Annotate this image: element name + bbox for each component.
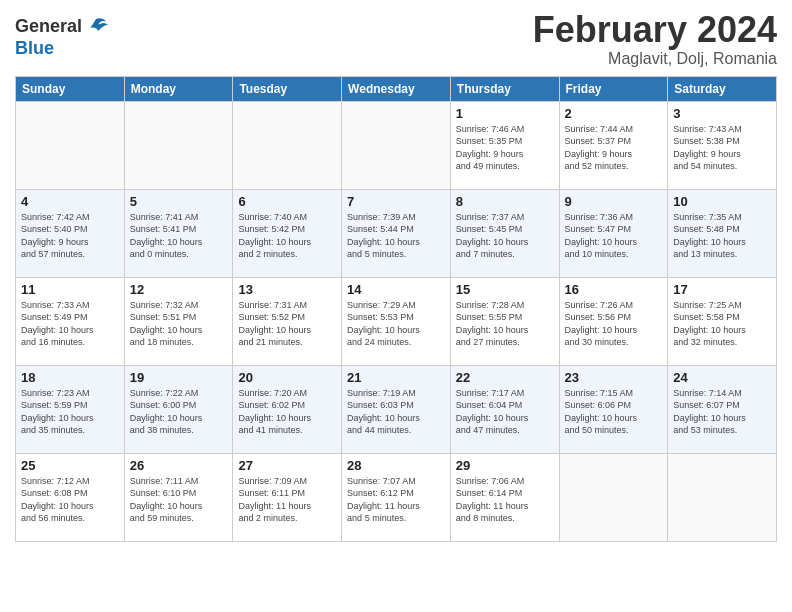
day-info: Sunrise: 7:36 AM Sunset: 5:47 PM Dayligh… xyxy=(565,211,663,261)
calendar-cell xyxy=(342,101,451,189)
day-number: 25 xyxy=(21,458,119,473)
col-header-sunday: Sunday xyxy=(16,76,125,101)
day-info: Sunrise: 7:35 AM Sunset: 5:48 PM Dayligh… xyxy=(673,211,771,261)
calendar-week-row: 1Sunrise: 7:46 AM Sunset: 5:35 PM Daylig… xyxy=(16,101,777,189)
day-info: Sunrise: 7:22 AM Sunset: 6:00 PM Dayligh… xyxy=(130,387,228,437)
day-number: 8 xyxy=(456,194,554,209)
day-info: Sunrise: 7:37 AM Sunset: 5:45 PM Dayligh… xyxy=(456,211,554,261)
day-info: Sunrise: 7:15 AM Sunset: 6:06 PM Dayligh… xyxy=(565,387,663,437)
day-info: Sunrise: 7:17 AM Sunset: 6:04 PM Dayligh… xyxy=(456,387,554,437)
calendar-cell: 8Sunrise: 7:37 AM Sunset: 5:45 PM Daylig… xyxy=(450,189,559,277)
calendar-week-row: 4Sunrise: 7:42 AM Sunset: 5:40 PM Daylig… xyxy=(16,189,777,277)
day-number: 22 xyxy=(456,370,554,385)
day-number: 28 xyxy=(347,458,445,473)
day-info: Sunrise: 7:14 AM Sunset: 6:07 PM Dayligh… xyxy=(673,387,771,437)
day-number: 6 xyxy=(238,194,336,209)
title-section: February 2024 Maglavit, Dolj, Romania xyxy=(533,10,777,68)
page: General Blue February 2024 Maglavit, Dol… xyxy=(0,0,792,612)
day-number: 10 xyxy=(673,194,771,209)
day-info: Sunrise: 7:19 AM Sunset: 6:03 PM Dayligh… xyxy=(347,387,445,437)
day-number: 9 xyxy=(565,194,663,209)
calendar-cell: 11Sunrise: 7:33 AM Sunset: 5:49 PM Dayli… xyxy=(16,277,125,365)
calendar-cell: 6Sunrise: 7:40 AM Sunset: 5:42 PM Daylig… xyxy=(233,189,342,277)
location: Maglavit, Dolj, Romania xyxy=(533,50,777,68)
calendar-cell: 21Sunrise: 7:19 AM Sunset: 6:03 PM Dayli… xyxy=(342,365,451,453)
calendar-cell: 17Sunrise: 7:25 AM Sunset: 5:58 PM Dayli… xyxy=(668,277,777,365)
day-info: Sunrise: 7:42 AM Sunset: 5:40 PM Dayligh… xyxy=(21,211,119,261)
calendar-cell xyxy=(668,453,777,541)
day-info: Sunrise: 7:41 AM Sunset: 5:41 PM Dayligh… xyxy=(130,211,228,261)
calendar-header-row: SundayMondayTuesdayWednesdayThursdayFrid… xyxy=(16,76,777,101)
calendar-cell: 7Sunrise: 7:39 AM Sunset: 5:44 PM Daylig… xyxy=(342,189,451,277)
calendar-cell xyxy=(124,101,233,189)
logo: General Blue xyxy=(15,15,108,59)
header: General Blue February 2024 Maglavit, Dol… xyxy=(15,10,777,68)
day-number: 27 xyxy=(238,458,336,473)
day-number: 13 xyxy=(238,282,336,297)
day-number: 26 xyxy=(130,458,228,473)
col-header-tuesday: Tuesday xyxy=(233,76,342,101)
day-number: 18 xyxy=(21,370,119,385)
day-info: Sunrise: 7:46 AM Sunset: 5:35 PM Dayligh… xyxy=(456,123,554,173)
col-header-thursday: Thursday xyxy=(450,76,559,101)
day-number: 17 xyxy=(673,282,771,297)
calendar-cell: 5Sunrise: 7:41 AM Sunset: 5:41 PM Daylig… xyxy=(124,189,233,277)
calendar-cell: 14Sunrise: 7:29 AM Sunset: 5:53 PM Dayli… xyxy=(342,277,451,365)
calendar-cell: 12Sunrise: 7:32 AM Sunset: 5:51 PM Dayli… xyxy=(124,277,233,365)
day-number: 7 xyxy=(347,194,445,209)
col-header-wednesday: Wednesday xyxy=(342,76,451,101)
calendar-cell: 20Sunrise: 7:20 AM Sunset: 6:02 PM Dayli… xyxy=(233,365,342,453)
calendar-week-row: 11Sunrise: 7:33 AM Sunset: 5:49 PM Dayli… xyxy=(16,277,777,365)
day-info: Sunrise: 7:33 AM Sunset: 5:49 PM Dayligh… xyxy=(21,299,119,349)
calendar-week-row: 25Sunrise: 7:12 AM Sunset: 6:08 PM Dayli… xyxy=(16,453,777,541)
calendar-cell: 1Sunrise: 7:46 AM Sunset: 5:35 PM Daylig… xyxy=(450,101,559,189)
calendar-cell: 23Sunrise: 7:15 AM Sunset: 6:06 PM Dayli… xyxy=(559,365,668,453)
day-info: Sunrise: 7:31 AM Sunset: 5:52 PM Dayligh… xyxy=(238,299,336,349)
day-number: 19 xyxy=(130,370,228,385)
logo-bird-icon xyxy=(84,15,108,39)
day-number: 23 xyxy=(565,370,663,385)
calendar-cell: 26Sunrise: 7:11 AM Sunset: 6:10 PM Dayli… xyxy=(124,453,233,541)
day-info: Sunrise: 7:40 AM Sunset: 5:42 PM Dayligh… xyxy=(238,211,336,261)
calendar-cell: 18Sunrise: 7:23 AM Sunset: 5:59 PM Dayli… xyxy=(16,365,125,453)
calendar-week-row: 18Sunrise: 7:23 AM Sunset: 5:59 PM Dayli… xyxy=(16,365,777,453)
calendar-cell: 25Sunrise: 7:12 AM Sunset: 6:08 PM Dayli… xyxy=(16,453,125,541)
calendar-cell: 9Sunrise: 7:36 AM Sunset: 5:47 PM Daylig… xyxy=(559,189,668,277)
calendar-cell: 19Sunrise: 7:22 AM Sunset: 6:00 PM Dayli… xyxy=(124,365,233,453)
calendar-cell: 13Sunrise: 7:31 AM Sunset: 5:52 PM Dayli… xyxy=(233,277,342,365)
day-info: Sunrise: 7:06 AM Sunset: 6:14 PM Dayligh… xyxy=(456,475,554,525)
calendar-cell: 27Sunrise: 7:09 AM Sunset: 6:11 PM Dayli… xyxy=(233,453,342,541)
calendar-cell: 16Sunrise: 7:26 AM Sunset: 5:56 PM Dayli… xyxy=(559,277,668,365)
calendar-cell: 4Sunrise: 7:42 AM Sunset: 5:40 PM Daylig… xyxy=(16,189,125,277)
calendar: SundayMondayTuesdayWednesdayThursdayFrid… xyxy=(15,76,777,542)
day-number: 11 xyxy=(21,282,119,297)
calendar-cell: 3Sunrise: 7:43 AM Sunset: 5:38 PM Daylig… xyxy=(668,101,777,189)
day-info: Sunrise: 7:23 AM Sunset: 5:59 PM Dayligh… xyxy=(21,387,119,437)
calendar-cell: 22Sunrise: 7:17 AM Sunset: 6:04 PM Dayli… xyxy=(450,365,559,453)
day-number: 14 xyxy=(347,282,445,297)
calendar-cell: 24Sunrise: 7:14 AM Sunset: 6:07 PM Dayli… xyxy=(668,365,777,453)
col-header-monday: Monday xyxy=(124,76,233,101)
day-number: 16 xyxy=(565,282,663,297)
day-info: Sunrise: 7:39 AM Sunset: 5:44 PM Dayligh… xyxy=(347,211,445,261)
day-number: 2 xyxy=(565,106,663,121)
day-info: Sunrise: 7:12 AM Sunset: 6:08 PM Dayligh… xyxy=(21,475,119,525)
day-info: Sunrise: 7:28 AM Sunset: 5:55 PM Dayligh… xyxy=(456,299,554,349)
day-info: Sunrise: 7:44 AM Sunset: 5:37 PM Dayligh… xyxy=(565,123,663,173)
calendar-cell: 2Sunrise: 7:44 AM Sunset: 5:37 PM Daylig… xyxy=(559,101,668,189)
day-info: Sunrise: 7:20 AM Sunset: 6:02 PM Dayligh… xyxy=(238,387,336,437)
month-title: February 2024 xyxy=(533,10,777,50)
day-info: Sunrise: 7:26 AM Sunset: 5:56 PM Dayligh… xyxy=(565,299,663,349)
day-info: Sunrise: 7:43 AM Sunset: 5:38 PM Dayligh… xyxy=(673,123,771,173)
calendar-cell: 15Sunrise: 7:28 AM Sunset: 5:55 PM Dayli… xyxy=(450,277,559,365)
calendar-cell xyxy=(16,101,125,189)
day-number: 29 xyxy=(456,458,554,473)
day-number: 3 xyxy=(673,106,771,121)
col-header-saturday: Saturday xyxy=(668,76,777,101)
calendar-cell: 10Sunrise: 7:35 AM Sunset: 5:48 PM Dayli… xyxy=(668,189,777,277)
day-number: 4 xyxy=(21,194,119,209)
day-info: Sunrise: 7:09 AM Sunset: 6:11 PM Dayligh… xyxy=(238,475,336,525)
col-header-friday: Friday xyxy=(559,76,668,101)
day-number: 5 xyxy=(130,194,228,209)
day-info: Sunrise: 7:25 AM Sunset: 5:58 PM Dayligh… xyxy=(673,299,771,349)
